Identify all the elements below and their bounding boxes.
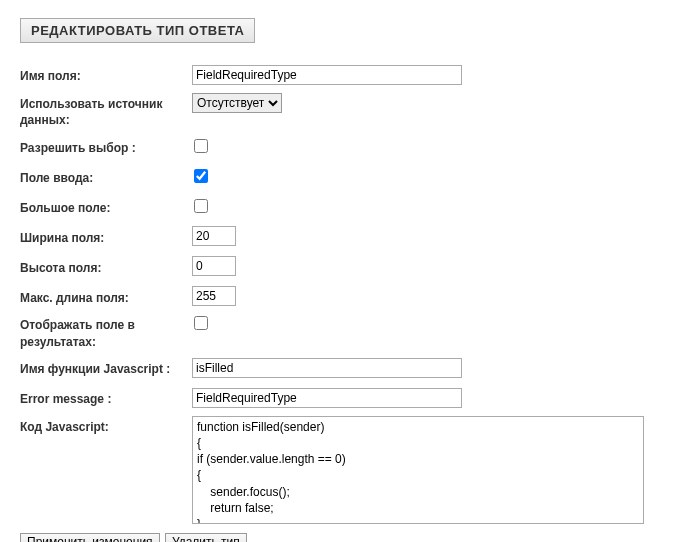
width-input[interactable] — [192, 226, 236, 246]
row-allow-select: Разрешить выбор : — [20, 134, 662, 158]
big-field-checkbox[interactable] — [194, 199, 208, 213]
label-width: Ширина поля: — [20, 227, 192, 246]
row-field-name: Имя поля: — [20, 63, 662, 87]
input-field-checkbox[interactable] — [194, 169, 208, 183]
label-js-func: Имя функции Javascript : — [20, 358, 192, 377]
label-field-name: Имя поля: — [20, 65, 192, 84]
label-big-field: Большое поле: — [20, 197, 192, 216]
label-allow-select: Разрешить выбор : — [20, 137, 192, 156]
panel-header: РЕДАКТИРОВАТЬ ТИП ОТВЕТА — [20, 18, 255, 43]
js-func-name-input[interactable] — [192, 358, 462, 378]
label-data-source: Использовать источник данных: — [20, 93, 192, 128]
data-source-select[interactable]: Отсутствует — [192, 93, 282, 113]
row-data-source: Использовать источник данных: Отсутствуе… — [20, 93, 662, 128]
label-input-field: Поле ввода: — [20, 167, 192, 186]
row-error-msg: Error message : — [20, 386, 662, 410]
row-js-func: Имя функции Javascript : — [20, 356, 662, 380]
row-show-results: Отображать поле в результатах: — [20, 314, 662, 349]
show-results-checkbox[interactable] — [194, 316, 208, 330]
label-js-code: Код Javascript: — [20, 416, 192, 435]
label-error-msg: Error message : — [20, 388, 192, 407]
allow-select-checkbox[interactable] — [194, 139, 208, 153]
edit-answer-type-panel: РЕДАКТИРОВАТЬ ТИП ОТВЕТА Имя поля: Испол… — [8, 8, 674, 542]
row-js-code: Код Javascript: — [20, 416, 662, 527]
row-maxlen: Макс. длина поля: — [20, 284, 662, 308]
row-width: Ширина поля: — [20, 224, 662, 248]
row-height: Высота поля: — [20, 254, 662, 278]
apply-button[interactable]: Применить изменения — [20, 533, 160, 542]
label-height: Высота поля: — [20, 257, 192, 276]
js-code-textarea[interactable] — [192, 416, 644, 524]
delete-button[interactable]: Удалить тип — [165, 533, 247, 542]
button-row: Применить изменения Удалить тип — [20, 533, 662, 542]
maxlen-input[interactable] — [192, 286, 236, 306]
label-maxlen: Макс. длина поля: — [20, 287, 192, 306]
label-show-results: Отображать поле в результатах: — [20, 314, 192, 349]
row-input-field: Поле ввода: — [20, 164, 662, 188]
error-msg-input[interactable] — [192, 388, 462, 408]
height-input[interactable] — [192, 256, 236, 276]
field-name-input[interactable] — [192, 65, 462, 85]
row-big-field: Большое поле: — [20, 194, 662, 218]
